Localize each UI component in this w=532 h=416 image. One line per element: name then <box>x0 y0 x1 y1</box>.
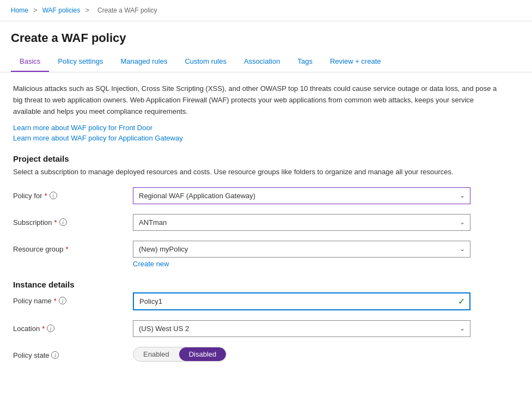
breadcrumb-sep2: > <box>85 7 89 14</box>
tabs-container: Basics Policy settings Managed rules Cus… <box>0 52 532 72</box>
subscription-label: Subscription * i <box>13 214 133 227</box>
policy-name-control: ✓ <box>133 292 470 310</box>
learn-more-app-gateway[interactable]: Learn more about WAF policy for Applicat… <box>13 134 519 142</box>
policy-name-input-wrapper: ✓ <box>133 292 470 310</box>
policy-name-info-icon[interactable]: i <box>59 297 66 304</box>
policy-for-select[interactable]: Regional WAF (Application Gateway) Globa… <box>133 187 470 204</box>
policy-for-select-wrapper: Regional WAF (Application Gateway) Globa… <box>133 187 470 204</box>
breadcrumb: Home > WAF policies > Create a WAF polic… <box>0 0 532 21</box>
resource-group-required: * <box>66 245 69 253</box>
toggle-pill: Enabled Disabled <box>133 347 227 362</box>
resource-group-select-wrapper: (New) myPolicy ⌄ <box>133 241 470 258</box>
breadcrumb-home[interactable]: Home <box>11 7 28 14</box>
breadcrumb-sep1: > <box>33 7 37 14</box>
policy-state-label: Policy state i <box>13 347 133 359</box>
breadcrumb-waf[interactable]: WAF policies <box>42 7 81 14</box>
location-row: Location * i (US) West US 2 ⌄ <box>13 320 519 337</box>
tab-managed-rules[interactable]: Managed rules <box>112 52 176 72</box>
tab-policy-settings[interactable]: Policy settings <box>49 52 112 72</box>
policy-for-row: Policy for * i Regional WAF (Application… <box>13 187 519 204</box>
subscription-control: ANTman ⌄ <box>133 214 470 231</box>
policy-state-control: Enabled Disabled <box>133 347 470 362</box>
location-select[interactable]: (US) West US 2 <box>133 320 470 337</box>
tab-review-create[interactable]: Review + create <box>321 52 390 72</box>
policy-name-input[interactable] <box>133 292 470 310</box>
tab-custom-rules[interactable]: Custom rules <box>176 52 235 72</box>
tab-tags[interactable]: Tags <box>289 52 321 72</box>
page-content: Malicious attacks such as SQL Injection,… <box>0 72 532 382</box>
page-title: Create a WAF policy <box>11 31 521 45</box>
subscription-required: * <box>54 218 57 227</box>
location-label: Location * i <box>13 320 133 333</box>
subscription-select-wrapper: ANTman ⌄ <box>133 214 470 231</box>
resource-group-row: Resource group * (New) myPolicy ⌄ Create… <box>13 241 519 268</box>
toggle-enabled[interactable]: Enabled <box>133 347 179 361</box>
project-details-desc: Select a subscription to manage deployed… <box>13 167 503 178</box>
learn-more-front-door[interactable]: Learn more about WAF policy for Front Do… <box>13 124 519 132</box>
policy-state-row: Policy state i Enabled Disabled <box>13 347 519 362</box>
toggle-disabled[interactable]: Disabled <box>179 347 227 361</box>
policy-for-required: * <box>44 192 47 200</box>
subscription-info-icon[interactable]: i <box>59 218 67 226</box>
subscription-row: Subscription * i ANTman ⌄ <box>13 214 519 231</box>
breadcrumb-current: Create a WAF policy <box>97 7 157 14</box>
tab-association[interactable]: Association <box>235 52 289 72</box>
resource-group-label: Resource group * <box>13 241 133 253</box>
policy-name-label: Policy name * i <box>13 292 133 305</box>
subscription-select[interactable]: ANTman <box>133 214 470 231</box>
project-details-title: Project details <box>13 154 519 163</box>
location-required: * <box>42 325 45 333</box>
policy-for-label: Policy for * i <box>13 187 133 200</box>
create-new-resource-group[interactable]: Create new <box>133 260 169 268</box>
policy-for-info-icon[interactable]: i <box>50 192 57 199</box>
tab-basics[interactable]: Basics <box>11 52 49 72</box>
resource-group-control: (New) myPolicy ⌄ Create new <box>133 241 470 268</box>
location-info-icon[interactable]: i <box>47 325 54 332</box>
page-header: Create a WAF policy <box>0 21 532 52</box>
policy-for-control: Regional WAF (Application Gateway) Globa… <box>133 187 470 204</box>
instance-details-title: Instance details <box>13 280 519 289</box>
policy-name-row: Policy name * i ✓ <box>13 292 519 310</box>
resource-group-select[interactable]: (New) myPolicy <box>133 241 470 258</box>
policy-state-info-icon[interactable]: i <box>51 351 59 359</box>
location-select-wrapper: (US) West US 2 ⌄ <box>133 320 470 337</box>
policy-name-required: * <box>54 297 57 305</box>
policy-state-toggle: Enabled Disabled <box>133 347 470 362</box>
tabs: Basics Policy settings Managed rules Cus… <box>11 52 521 72</box>
location-control: (US) West US 2 ⌄ <box>133 320 470 337</box>
intro-description: Malicious attacks such as SQL Injection,… <box>13 83 503 117</box>
